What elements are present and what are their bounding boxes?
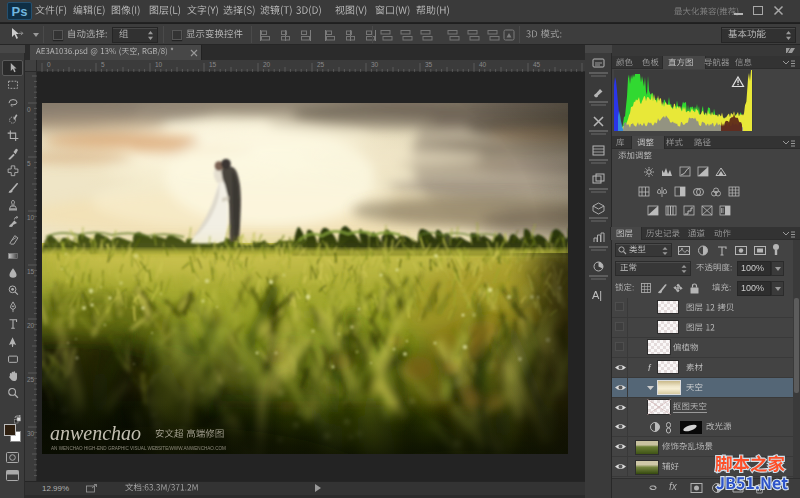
svg-text:AN WENCHAO HIGH-END GRAPHIC VI: AN WENCHAO HIGH-END GRAPHIC VISUAL WEBSI… xyxy=(51,446,226,451)
svg-text:anwenchao: anwenchao xyxy=(50,422,141,444)
